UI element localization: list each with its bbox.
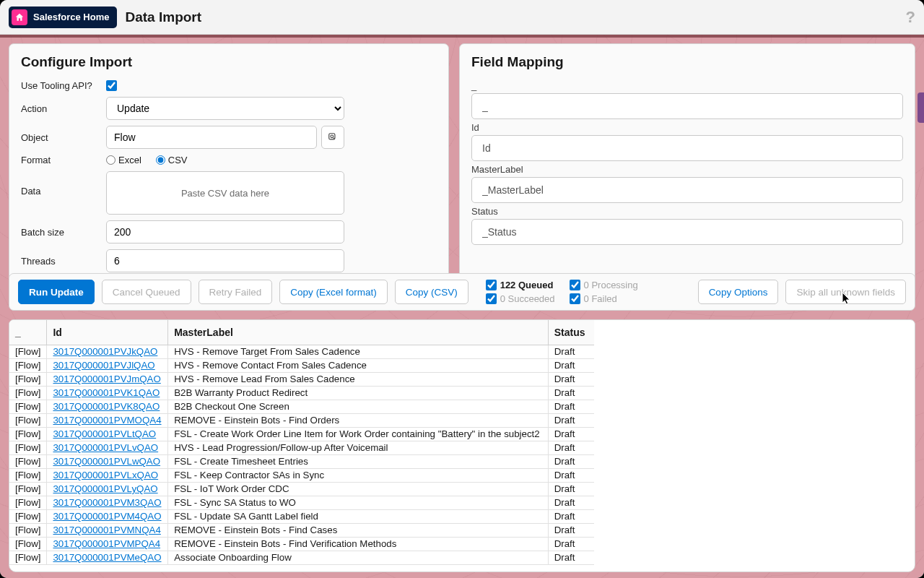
- page-title: Data Import: [126, 9, 202, 25]
- record-id-link[interactable]: 3017Q000001PVMeQAO: [53, 552, 161, 563]
- map-input-3[interactable]: [471, 219, 903, 245]
- table-row: [Flow]3017Q000001PVLyQAOFSL - IoT Work O…: [9, 482, 594, 496]
- record-id-link[interactable]: 3017Q000001PVLvQAO: [53, 442, 158, 453]
- configure-card: Configure Import Use Tooling API? Action…: [9, 43, 449, 285]
- copy-csv-button[interactable]: Copy (CSV): [395, 280, 468, 304]
- object-input[interactable]: [106, 126, 317, 149]
- configure-title: Configure Import: [21, 54, 437, 70]
- record-id-link[interactable]: 3017Q000001PVK8QAO: [53, 401, 160, 412]
- map-input-0[interactable]: [471, 93, 903, 119]
- record-id-link[interactable]: 3017Q000001PVMNQA4: [53, 525, 160, 535]
- retry-failed-button[interactable]: Retry Failed: [199, 280, 273, 304]
- skip-unknown-button[interactable]: Skip all unknown fields: [785, 280, 906, 304]
- table-row: [Flow]3017Q000001PVMNQA4REMOVE - Einstei…: [9, 523, 594, 537]
- map-label-2: MasterLabel: [471, 164, 903, 175]
- table-row: [Flow]3017Q000001PVK1QAOB2B Warranty Pro…: [9, 386, 594, 400]
- topbar: Salesforce Home Data Import ?: [0, 0, 924, 35]
- batch-label: Batch size: [21, 227, 106, 238]
- record-id-link[interactable]: 3017Q000001PVM3QAO: [53, 497, 161, 508]
- home-icon: [12, 9, 27, 25]
- col-underscore[interactable]: _: [9, 320, 47, 345]
- record-id-link[interactable]: 3017Q000001PVJmQAO: [53, 374, 160, 384]
- record-id-link[interactable]: 3017Q000001PVLyQAO: [53, 483, 157, 494]
- record-id-link[interactable]: 3017Q000001PVLwQAO: [53, 456, 160, 467]
- format-label: Format: [21, 155, 106, 165]
- copy-options-button[interactable]: Copy Options: [698, 280, 779, 304]
- data-label: Data: [21, 171, 106, 197]
- home-button[interactable]: Salesforce Home: [9, 7, 117, 28]
- format-csv-radio[interactable]: CSV: [156, 155, 188, 165]
- table-row: [Flow]3017Q000001PVJlQAOHVS - Remove Con…: [9, 358, 594, 372]
- col-id[interactable]: Id: [47, 320, 168, 345]
- record-id-link[interactable]: 3017Q000001PVK1QAO: [53, 387, 160, 398]
- col-masterlabel[interactable]: MasterLabel: [168, 320, 549, 345]
- svg-point-1: [331, 135, 334, 138]
- action-select[interactable]: Update: [106, 97, 344, 120]
- table-row: [Flow]3017Q000001PVLtQAOFSL - Create Wor…: [9, 427, 594, 441]
- batch-input[interactable]: [106, 220, 344, 243]
- map-input-1[interactable]: [471, 135, 903, 161]
- record-id-link[interactable]: 3017Q000001PVJlQAO: [53, 360, 154, 371]
- table-row: [Flow]3017Q000001PVLwQAOFSL - Create Tim…: [9, 454, 594, 468]
- table-row: [Flow]3017Q000001PVJmQAOHVS - Remove Lea…: [9, 372, 594, 386]
- object-label: Object: [21, 132, 106, 143]
- status-processing[interactable]: 0 Processing: [570, 280, 638, 290]
- status-failed[interactable]: 0 Failed: [570, 293, 638, 304]
- map-label-3: Status: [471, 206, 903, 217]
- threads-input[interactable]: [106, 249, 344, 272]
- status-queued[interactable]: 122 Queued: [486, 280, 555, 290]
- results-table: _ Id MasterLabel Status [Flow]3017Q00000…: [9, 320, 594, 565]
- data-textarea[interactable]: Paste CSV data here: [106, 171, 344, 215]
- help-icon[interactable]: ?: [906, 8, 915, 27]
- table-row: [Flow]3017Q000001PVM3QAOFSL - Sync SA St…: [9, 496, 594, 509]
- cancel-queued-button[interactable]: Cancel Queued: [102, 280, 191, 304]
- status-block: 122 Queued 0 Processing 0 Succeeded 0 Fa…: [486, 280, 638, 304]
- record-id-link[interactable]: 3017Q000001PVLtQAO: [53, 428, 156, 439]
- table-row: [Flow]3017Q000001PVMPQA4REMOVE - Einstei…: [9, 537, 594, 551]
- record-id-link[interactable]: 3017Q000001PVMOQA4: [53, 415, 161, 426]
- side-handle[interactable]: [918, 92, 924, 123]
- table-row: [Flow]3017Q000001PVK8QAOB2B Checkout One…: [9, 400, 594, 413]
- tooling-checkbox[interactable]: [106, 80, 117, 91]
- home-label: Salesforce Home: [33, 12, 110, 22]
- map-input-2[interactable]: [471, 177, 903, 203]
- table-row: [Flow]3017Q000001PVLxQAOFSL - Keep Contr…: [9, 468, 594, 482]
- action-bar: Run Update Cancel Queued Retry Failed Co…: [9, 273, 915, 311]
- record-id-link[interactable]: 3017Q000001PVJkQAO: [53, 346, 157, 357]
- svg-line-2: [334, 138, 335, 139]
- mapping-card: Field Mapping _IdMasterLabelStatus: [459, 43, 915, 285]
- col-status[interactable]: Status: [548, 320, 594, 345]
- map-label-0: _: [471, 80, 903, 91]
- action-label: Action: [21, 103, 106, 114]
- record-id-link[interactable]: 3017Q000001PVM4QAO: [53, 511, 161, 522]
- table-row: [Flow]3017Q000001PVMeQAOAssociate Onboar…: [9, 551, 594, 564]
- table-row: [Flow]3017Q000001PVM4QAOFSL - Update SA …: [9, 509, 594, 523]
- object-lookup-button[interactable]: [321, 126, 344, 149]
- threads-label: Threads: [21, 256, 106, 267]
- table-row: [Flow]3017Q000001PVLvQAOHVS - Lead Progr…: [9, 441, 594, 454]
- table-row: [Flow]3017Q000001PVMOQA4REMOVE - Einstei…: [9, 413, 594, 427]
- tooling-label: Use Tooling API?: [21, 80, 106, 91]
- record-id-link[interactable]: 3017Q000001PVMPQA4: [53, 538, 160, 549]
- mapping-title: Field Mapping: [471, 54, 903, 70]
- run-update-button[interactable]: Run Update: [18, 280, 95, 304]
- results-table-wrap: _ Id MasterLabel Status [Flow]3017Q00000…: [9, 319, 915, 572]
- format-excel-radio[interactable]: Excel: [106, 155, 141, 165]
- record-id-link[interactable]: 3017Q000001PVLxQAO: [53, 470, 158, 480]
- table-row: [Flow]3017Q000001PVJkQAOHVS - Remove Tar…: [9, 345, 594, 358]
- map-label-1: Id: [471, 122, 903, 133]
- copy-excel-button[interactable]: Copy (Excel format): [279, 280, 387, 304]
- status-succeeded[interactable]: 0 Succeeded: [486, 293, 555, 304]
